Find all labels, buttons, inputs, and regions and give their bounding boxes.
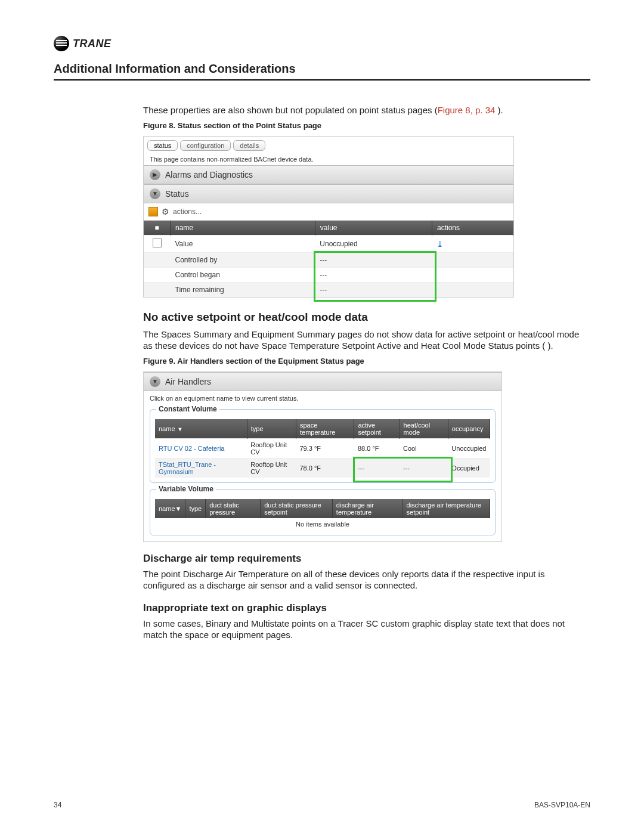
no-items-label: No items available bbox=[155, 518, 490, 530]
col-name[interactable]: name bbox=[171, 221, 315, 236]
constant-volume-label: Constant Volume bbox=[156, 405, 219, 413]
cell-value: --- bbox=[315, 252, 432, 267]
cell-actions bbox=[432, 267, 513, 282]
cell-name: Time remaining bbox=[171, 282, 315, 297]
cv-col-type[interactable]: type bbox=[247, 419, 296, 439]
figure-8-ui: status configuration details This page c… bbox=[143, 136, 514, 298]
heading-discharge: Discharge air temp requirements bbox=[143, 553, 584, 565]
constant-volume-group: Constant Volume name▼ type space tempera… bbox=[150, 409, 496, 483]
figure-9-caption: Figure 9. Air Handlers section of the Eq… bbox=[143, 357, 584, 366]
table-row: RTU CV 02 - CafeteriaRooftop Unit CV79.3… bbox=[155, 438, 490, 458]
intro-tail: ). bbox=[495, 105, 503, 115]
cell-name: Value bbox=[171, 235, 315, 252]
cv-col-space-temp[interactable]: space temperature bbox=[296, 419, 354, 439]
brand-text: TRANE bbox=[73, 38, 112, 50]
section-rule bbox=[54, 79, 590, 80]
brand-logo: TRANE bbox=[54, 36, 590, 51]
cell-heatcool: Cool bbox=[400, 438, 448, 458]
section-title: Additional Information and Consideration… bbox=[54, 62, 590, 76]
cv-col-heatcool[interactable]: heat/cool mode bbox=[400, 419, 448, 439]
constant-volume-table: name▼ type space temperature active setp… bbox=[155, 419, 490, 478]
cell-value: --- bbox=[315, 282, 432, 297]
tab-details[interactable]: details bbox=[233, 140, 265, 151]
heading-no-active: No active setpoint or heat/cool mode dat… bbox=[143, 311, 584, 324]
actions-menu[interactable]: actions... bbox=[173, 208, 202, 216]
collapse-icon: ▼ bbox=[150, 188, 160, 199]
vv-col-dat[interactable]: discharge air temperature bbox=[332, 499, 402, 518]
cell-name: Control began bbox=[171, 267, 315, 282]
cv-col-active-setpoint[interactable]: active setpoint bbox=[354, 419, 400, 439]
doc-id: BAS-SVP10A-EN bbox=[534, 801, 590, 809]
paragraph-inappropriate: In some cases, Binary and Multistate poi… bbox=[143, 618, 584, 641]
status-label: Status bbox=[165, 189, 189, 199]
equipment-link[interactable]: TStat_RTU_Trane - Gymnasium bbox=[155, 458, 247, 478]
cell-actions bbox=[432, 282, 513, 297]
cell-type: Rooftop Unit CV bbox=[247, 458, 296, 478]
cell-actions bbox=[432, 252, 513, 267]
alarms-label: Alarms and Diagnostics bbox=[165, 170, 253, 179]
table-row: Control began--- bbox=[144, 267, 513, 282]
vv-col-type[interactable]: type bbox=[185, 499, 206, 518]
trane-mark-icon bbox=[54, 36, 69, 51]
cell-name: Controlled by bbox=[171, 252, 315, 267]
sort-icon: ▼ bbox=[178, 426, 183, 432]
select-all-toggle[interactable] bbox=[148, 207, 158, 216]
table-row: TStat_RTU_Trane - GymnasiumRooftop Unit … bbox=[155, 458, 490, 478]
air-handlers-label: Air Handlers bbox=[165, 377, 211, 386]
cell-actions[interactable]: ⤓ bbox=[432, 235, 513, 252]
table-row: Time remaining--- bbox=[144, 282, 513, 297]
heading-inappropriate: Inappropriate text on graphic displays bbox=[143, 602, 584, 614]
cell-active-setpoint: --- bbox=[354, 458, 400, 478]
col-actions[interactable]: actions bbox=[432, 221, 513, 236]
vv-col-dsp-setpoint[interactable]: duct static pressure setpoint bbox=[261, 499, 333, 518]
cell-occupancy: Unoccupied bbox=[448, 438, 490, 458]
cell-value: Unoccupied bbox=[315, 235, 432, 252]
figure-9-ui: ▼ Air Handlers Click on an equipment nam… bbox=[143, 371, 502, 542]
variable-volume-label: Variable Volume bbox=[156, 485, 216, 493]
expand-icon: ▶ bbox=[150, 169, 160, 180]
gear-icon: ⚙ bbox=[162, 207, 169, 216]
vv-col-dat-setpoint[interactable]: discharge air temperature setpoint bbox=[402, 499, 490, 518]
tab-configuration[interactable]: configuration bbox=[180, 140, 231, 151]
vv-col-dsp[interactable]: duct static pressure bbox=[206, 499, 261, 518]
cell-value: --- bbox=[315, 267, 432, 282]
paragraph-no-active: The Spaces Summary and Equipment Summary… bbox=[143, 329, 584, 352]
override-icon[interactable]: ⤓ bbox=[436, 239, 444, 249]
cell-heatcool: --- bbox=[400, 458, 448, 478]
cell-space-temp: 79.3 °F bbox=[296, 438, 354, 458]
cv-col-occupancy[interactable]: occupancy bbox=[448, 419, 490, 439]
vv-col-name[interactable]: name▼ bbox=[155, 499, 185, 518]
figure-8-link[interactable]: Figure 8, p. 34 bbox=[438, 105, 496, 115]
cell-occupancy: Occupied bbox=[448, 458, 490, 478]
intro-text: These properties are also shown but not … bbox=[143, 105, 438, 115]
air-handlers-bar[interactable]: ▼ Air Handlers bbox=[144, 372, 501, 391]
status-table: ■ name value actions ValueUnoccupied⤓Con… bbox=[144, 221, 513, 297]
paragraph-discharge: The point Discharge Air Temperature on a… bbox=[143, 568, 584, 592]
cell-active-setpoint: 88.0 °F bbox=[354, 438, 400, 458]
col-value[interactable]: value bbox=[315, 221, 432, 236]
alarms-diagnostics-bar[interactable]: ▶ Alarms and Diagnostics bbox=[144, 165, 513, 184]
sort-icon: ▼ bbox=[175, 505, 182, 512]
table-row: ValueUnoccupied⤓ bbox=[144, 235, 513, 252]
row-checkbox[interactable] bbox=[153, 239, 162, 247]
collapse-icon: ▼ bbox=[150, 376, 160, 387]
tab-status[interactable]: status bbox=[147, 140, 178, 151]
col-select[interactable]: ■ bbox=[144, 221, 171, 236]
status-bar[interactable]: ▼ Status bbox=[144, 184, 513, 203]
cell-type: Rooftop Unit CV bbox=[247, 438, 296, 458]
variable-volume-table: name▼ type duct static pressure duct sta… bbox=[155, 499, 490, 518]
equipment-link[interactable]: RTU CV 02 - Cafeteria bbox=[155, 438, 247, 458]
table-row: Controlled by--- bbox=[144, 252, 513, 267]
figure-8-caption: Figure 8. Status section of the Point St… bbox=[143, 121, 584, 130]
intro-paragraph: These properties are also shown but not … bbox=[143, 104, 584, 116]
cv-col-name[interactable]: name▼ bbox=[155, 419, 247, 439]
air-handlers-hint: Click on an equipment name to view curre… bbox=[144, 391, 501, 405]
variable-volume-group: Variable Volume name▼ type duct static p… bbox=[150, 489, 496, 535]
page-note: This page contains non-normalized BACnet… bbox=[144, 153, 513, 165]
page-number: 34 bbox=[54, 801, 61, 809]
cell-space-temp: 78.0 °F bbox=[296, 458, 354, 478]
